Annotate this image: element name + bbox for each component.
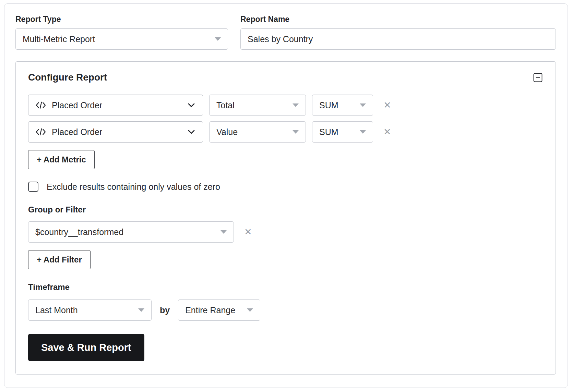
configure-report-panel: Configure Report <box>15 61 556 375</box>
chevron-down-icon <box>360 130 366 134</box>
exclude-zero-row: Exclude results containing only values o… <box>28 182 543 192</box>
metric-property-select[interactable]: Total <box>209 95 306 116</box>
metric-property-value: Total <box>216 100 235 110</box>
chevron-down-icon <box>293 130 299 134</box>
timeframe-row: Last Month by Entire Range <box>28 299 543 321</box>
remove-metric-button[interactable]: ✕ <box>382 126 393 138</box>
chevron-down-icon <box>215 37 221 41</box>
group-or-filter-label: Group or Filter <box>28 205 543 215</box>
report-builder-page: Report Type Multi-Metric Report Report N… <box>0 0 572 392</box>
chevron-down-icon <box>187 101 196 110</box>
add-metric-button[interactable]: + Add Metric <box>28 150 95 169</box>
code-icon <box>35 101 46 110</box>
timeframe-interval-value: Entire Range <box>185 305 235 315</box>
report-meta-row: Report Type Multi-Metric Report Report N… <box>15 15 556 50</box>
metric-aggregate-select[interactable]: SUM <box>312 121 373 143</box>
remove-metric-button[interactable]: ✕ <box>382 99 393 111</box>
code-icon <box>35 127 46 136</box>
add-filter-button[interactable]: + Add Filter <box>28 250 91 269</box>
metric-aggregate-select[interactable]: SUM <box>312 95 373 116</box>
timeframe-range-select[interactable]: Last Month <box>28 299 152 321</box>
report-name-input[interactable] <box>240 28 556 50</box>
chevron-down-icon <box>293 103 299 107</box>
report-type-field: Report Type Multi-Metric Report <box>15 15 228 50</box>
configure-report-header: Configure Report <box>28 72 543 83</box>
metric-select[interactable]: Placed Order <box>28 95 203 116</box>
chevron-down-icon <box>360 103 366 107</box>
chevron-down-icon <box>247 308 253 312</box>
timeframe-range-value: Last Month <box>35 305 78 315</box>
report-builder-frame: Report Type Multi-Metric Report Report N… <box>4 3 568 388</box>
timeframe-by-text: by <box>160 305 170 315</box>
report-name-label: Report Name <box>240 15 556 24</box>
exclude-zero-label: Exclude results containing only values o… <box>47 182 220 192</box>
chevron-down-icon <box>221 230 227 234</box>
report-type-value: Multi-Metric Report <box>23 34 95 44</box>
save-run-report-button[interactable]: Save & Run Report <box>28 334 144 361</box>
exclude-zero-checkbox[interactable] <box>28 182 38 192</box>
metric-aggregate-value: SUM <box>319 127 338 137</box>
report-type-select[interactable]: Multi-Metric Report <box>15 28 228 50</box>
metric-value: Placed Order <box>52 100 102 110</box>
group-filter-select[interactable]: $country__transformed <box>28 221 234 243</box>
metric-value: Placed Order <box>52 127 102 137</box>
metric-row: Placed Order Total SUM ✕ <box>28 95 543 116</box>
group-filter-row: $country__transformed ✕ <box>28 221 543 243</box>
minus-square-icon <box>533 73 543 82</box>
metric-property-select[interactable]: Value <box>209 121 306 143</box>
timeframe-label: Timeframe <box>28 282 543 292</box>
metric-select[interactable]: Placed Order <box>28 121 203 143</box>
chevron-down-icon <box>138 308 144 312</box>
chevron-down-icon <box>187 127 196 136</box>
metric-row: Placed Order Value SUM ✕ <box>28 121 543 143</box>
collapse-panel-button[interactable] <box>533 72 543 83</box>
metric-property-value: Value <box>216 127 238 137</box>
metric-aggregate-value: SUM <box>319 100 338 110</box>
remove-filter-button[interactable]: ✕ <box>243 226 253 238</box>
configure-report-title: Configure Report <box>28 72 107 83</box>
timeframe-interval-select[interactable]: Entire Range <box>178 299 260 321</box>
report-type-label: Report Type <box>15 15 228 24</box>
report-name-field: Report Name <box>240 15 556 50</box>
group-filter-value: $country__transformed <box>35 227 123 237</box>
